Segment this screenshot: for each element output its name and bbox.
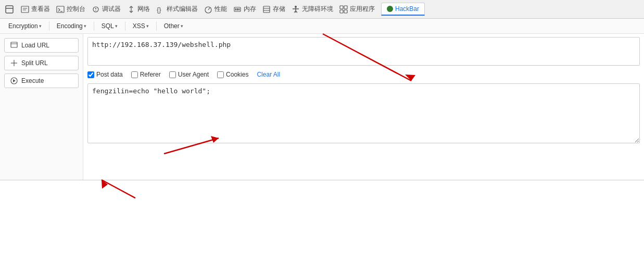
network-label: 网络 xyxy=(137,5,150,14)
toolbar-item-memory[interactable]: 内存 xyxy=(233,5,256,14)
execute-button[interactable]: Execute xyxy=(4,73,79,88)
encoding-label: Encoding xyxy=(57,22,83,30)
svg-rect-2 xyxy=(21,6,29,13)
svg-rect-16 xyxy=(237,8,238,10)
toolbar-item-application[interactable]: 应用程序 xyxy=(339,5,375,14)
viewer-label: 查看器 xyxy=(31,5,50,14)
hackbar-sidebar: Load URL Split URL Execute xyxy=(0,34,83,180)
encryption-caret: ▾ xyxy=(39,23,42,29)
menu-divider-4 xyxy=(156,21,157,31)
load-url-button[interactable]: Load URL xyxy=(4,38,79,53)
clear-all-button[interactable]: Clear All xyxy=(257,71,280,78)
svg-text:{}: {} xyxy=(157,6,161,14)
toolbar-item-storage[interactable]: 存储 xyxy=(262,5,285,14)
execute-label: Execute xyxy=(21,77,44,84)
menu-divider-2 xyxy=(94,21,94,31)
memory-label: 内存 xyxy=(244,5,256,14)
post-data-input[interactable] xyxy=(87,83,640,143)
sql-label: SQL xyxy=(102,22,114,30)
user-agent-label: User Agent xyxy=(178,71,209,78)
storage-label: 存储 xyxy=(273,5,285,14)
split-url-label: Split URL xyxy=(21,59,48,67)
svg-rect-18 xyxy=(263,6,270,13)
svg-rect-28 xyxy=(340,10,343,13)
menu-divider-3 xyxy=(125,21,125,31)
svg-marker-41 xyxy=(102,180,108,189)
load-url-icon xyxy=(10,41,18,50)
referer-label: Referer xyxy=(140,71,161,78)
style-editor-label: 样式编辑器 xyxy=(167,5,198,14)
hackbar-main: Post data Referer User Agent Cookies C xyxy=(83,34,644,180)
sql-caret: ▾ xyxy=(115,23,118,29)
toolbar-item-console[interactable]: 控制台 xyxy=(56,5,85,14)
url-input[interactable] xyxy=(87,37,640,66)
svg-point-21 xyxy=(295,6,297,8)
toolbar-item-debugger[interactable]: 调试器 xyxy=(92,5,121,14)
other-caret: ▾ xyxy=(181,23,183,29)
hackbar-panel: Encryption ▾ Encoding ▾ SQL ▾ XSS ▾ Othe… xyxy=(0,19,644,180)
menu-encryption[interactable]: Encryption ▾ xyxy=(4,21,46,31)
split-url-icon xyxy=(10,59,18,67)
toolbar-item-accessibility[interactable]: 无障碍环境 xyxy=(292,5,333,14)
svg-line-13 xyxy=(208,8,210,10)
execute-icon xyxy=(10,77,18,85)
svg-rect-29 xyxy=(344,10,347,13)
hackbar-dot-icon xyxy=(387,6,393,12)
other-label: Other xyxy=(164,22,180,30)
load-url-label: Load URL xyxy=(21,42,49,49)
menu-encoding[interactable]: Encoding ▾ xyxy=(53,21,91,31)
user-agent-checkbox-label[interactable]: User Agent xyxy=(169,71,209,78)
xss-label: XSS xyxy=(133,22,145,30)
menu-xss[interactable]: XSS ▾ xyxy=(129,21,153,31)
post-data-checkbox-label[interactable]: Post data xyxy=(87,71,123,78)
referer-checkbox-label[interactable]: Referer xyxy=(131,71,161,78)
post-data-checkbox[interactable] xyxy=(87,71,94,78)
encryption-label: Encryption xyxy=(8,22,38,30)
cookies-checkbox-label[interactable]: Cookies xyxy=(217,71,248,78)
svg-rect-27 xyxy=(344,6,347,9)
cookies-checkbox[interactable] xyxy=(217,71,224,78)
split-url-button[interactable]: Split URL xyxy=(4,56,79,70)
svg-point-9 xyxy=(95,10,96,11)
page-wrapper: 查看器 控制台 调试器 网络 {} 样式编辑器 性能 内存 存储 xyxy=(0,0,644,271)
hackbar-tab[interactable]: HackBar xyxy=(381,3,425,16)
performance-label: 性能 xyxy=(214,5,227,14)
toolbar-item-performance[interactable]: 性能 xyxy=(204,5,227,14)
hackbar-menu: Encryption ▾ Encoding ▾ SQL ▾ XSS ▾ Othe… xyxy=(0,19,644,34)
debugger-label: 调试器 xyxy=(102,5,121,14)
encoding-caret: ▾ xyxy=(84,23,86,29)
menu-sql[interactable]: SQL ▾ xyxy=(97,21,122,31)
menu-divider-1 xyxy=(49,21,49,31)
checkbox-row: Post data Referer User Agent Cookies C xyxy=(87,70,640,79)
cookies-label: Cookies xyxy=(226,71,248,78)
toolbar-item-network[interactable]: 网络 xyxy=(127,5,150,14)
hackbar-label: HackBar xyxy=(395,5,419,13)
svg-rect-30 xyxy=(11,42,17,47)
post-data-label: Post data xyxy=(96,71,123,78)
accessibility-label: 无障碍环境 xyxy=(302,5,333,14)
svg-rect-17 xyxy=(238,8,239,10)
browser-toolbar: 查看器 控制台 调试器 网络 {} 样式编辑器 性能 内存 存储 xyxy=(0,0,644,19)
svg-line-40 xyxy=(102,180,135,198)
application-label: 应用程序 xyxy=(350,5,375,14)
hackbar-content: Load URL Split URL Execute xyxy=(0,34,644,180)
toolbar-item-style-editor[interactable]: {} 样式编辑器 xyxy=(156,5,198,14)
toolbar-item-viewer[interactable]: 查看器 xyxy=(21,5,50,14)
svg-rect-0 xyxy=(6,6,13,13)
menu-other[interactable]: Other ▾ xyxy=(160,21,187,31)
user-agent-checkbox[interactable] xyxy=(169,71,176,78)
xss-caret: ▾ xyxy=(146,23,149,29)
referer-checkbox[interactable] xyxy=(131,71,138,78)
toolbar-icon-main[interactable] xyxy=(4,4,15,15)
svg-rect-15 xyxy=(235,8,236,10)
console-label: 控制台 xyxy=(67,5,85,14)
svg-rect-26 xyxy=(340,6,343,9)
svg-marker-35 xyxy=(13,79,16,82)
